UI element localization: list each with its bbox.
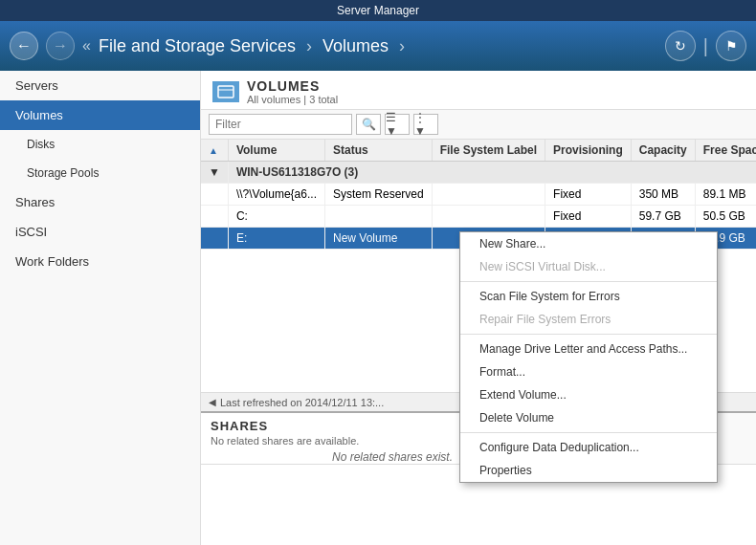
- forward-button[interactable]: →: [46, 32, 75, 60]
- context-scan-filesystem[interactable]: Scan File System for Errors: [460, 285, 717, 308]
- sidebar-item-shares[interactable]: Shares: [0, 187, 200, 217]
- nav-divider: |: [703, 35, 708, 57]
- cell-volume: C:: [228, 206, 324, 228]
- cell-status: New Volume: [324, 228, 432, 250]
- row-indent: [201, 184, 228, 206]
- context-delete[interactable]: Delete Volume: [460, 406, 717, 429]
- toolbar: 🔍 ☰ ▼ ⋮ ▼: [201, 110, 756, 140]
- context-repair-filesystem: Repair File System Errors: [460, 308, 717, 331]
- context-format[interactable]: Format...: [460, 360, 717, 383]
- cell-status: [324, 206, 432, 228]
- context-new-iscsi: New iSCSI Virtual Disk...: [460, 255, 717, 278]
- col-freespace[interactable]: Free Space: [695, 140, 756, 162]
- table-header-row: ▲ Volume Status File System Label Provis…: [201, 140, 756, 162]
- cell-fslabel: [432, 184, 545, 206]
- view-options-button[interactable]: ☰ ▼: [385, 114, 410, 135]
- cell-provisioning: Fixed: [545, 184, 632, 206]
- col-filesystem-label[interactable]: File System Label: [432, 140, 545, 162]
- sidebar-item-disks[interactable]: Disks: [0, 130, 200, 159]
- cell-freespace: 50.5 GB: [695, 206, 756, 228]
- col-status[interactable]: Status: [324, 140, 432, 162]
- refresh-button[interactable]: ↻: [665, 31, 696, 61]
- row-indent: [201, 228, 228, 250]
- sidebar: Servers Volumes Disks Storage Pools Shar…: [0, 71, 201, 545]
- sidebar-item-volumes[interactable]: Volumes: [0, 100, 200, 130]
- group-expand-icon: ▼: [201, 162, 228, 184]
- scroll-left-icon[interactable]: ◀: [209, 397, 216, 407]
- context-menu: New Share... New iSCSI Virtual Disk... S…: [459, 231, 718, 483]
- sidebar-item-servers[interactable]: Servers: [0, 71, 200, 100]
- nav-separator: ›: [306, 36, 317, 55]
- column-options-button[interactable]: ⋮ ▼: [413, 114, 438, 135]
- context-new-share[interactable]: New Share...: [460, 232, 717, 255]
- cell-volume: E:: [228, 228, 324, 250]
- back-button[interactable]: ←: [10, 32, 38, 60]
- nav-separator2: ›: [399, 36, 405, 55]
- title-bar-text: Server Manager: [337, 4, 419, 17]
- context-dedup[interactable]: Configure Data Deduplication...: [460, 436, 717, 459]
- volumes-icon: [212, 81, 239, 102]
- col-capacity[interactable]: Capacity: [631, 140, 695, 162]
- col-provisioning[interactable]: Provisioning: [545, 140, 632, 162]
- nav-icons: ↻ | ⚑: [665, 31, 746, 61]
- nav-current: Volumes: [322, 36, 389, 55]
- cell-volume: \\?\Volume{a6...: [228, 184, 324, 206]
- nav-arrow-left: «: [82, 37, 91, 54]
- nav-parent: File and Storage Services: [99, 36, 296, 55]
- content-area: VOLUMES All volumes | 3 total 🔍 ☰ ▼ ⋮ ▼ …: [201, 71, 756, 545]
- group-name: WIN-US611318G7O (3): [228, 162, 756, 184]
- flag-button[interactable]: ⚑: [716, 31, 746, 61]
- group-row-server[interactable]: ▼ WIN-US611318G7O (3): [201, 162, 756, 184]
- context-manage-drive[interactable]: Manage Drive Letter and Access Paths...: [460, 338, 717, 360]
- page-subtitle: All volumes | 3 total: [247, 94, 338, 105]
- sidebar-item-iscsi[interactable]: iSCSI: [0, 217, 200, 247]
- nav-bar: ← → « File and Storage Services › Volume…: [0, 21, 756, 71]
- context-separator-1: [460, 281, 717, 282]
- filter-input[interactable]: [209, 114, 352, 135]
- content-header: VOLUMES All volumes | 3 total: [201, 71, 756, 110]
- table-row[interactable]: C: Fixed 59.7 GB 50.5 GB: [201, 206, 756, 228]
- cell-status: System Reserved: [324, 184, 432, 206]
- col-sort[interactable]: ▲: [201, 140, 228, 162]
- last-refresh-text: Last refreshed on 2014/12/11 13:...: [220, 397, 384, 408]
- cell-capacity: 59.7 GB: [631, 206, 695, 228]
- svg-rect-0: [218, 86, 233, 98]
- main-layout: Servers Volumes Disks Storage Pools Shar…: [0, 71, 756, 545]
- col-volume[interactable]: Volume: [228, 140, 324, 162]
- cell-freespace: 89.1 MB: [695, 184, 756, 206]
- cell-fslabel: [432, 206, 545, 228]
- context-properties[interactable]: Properties: [460, 459, 717, 482]
- context-separator-3: [460, 432, 717, 433]
- search-button[interactable]: 🔍: [356, 114, 381, 135]
- sidebar-item-storage-pools[interactable]: Storage Pools: [0, 159, 200, 187]
- context-extend[interactable]: Extend Volume...: [460, 383, 717, 406]
- row-indent: [201, 206, 228, 228]
- sidebar-item-work-folders[interactable]: Work Folders: [0, 247, 200, 276]
- context-separator-2: [460, 334, 717, 335]
- cell-provisioning: Fixed: [545, 206, 632, 228]
- title-bar: Server Manager: [0, 0, 756, 21]
- nav-title: File and Storage Services › Volumes ›: [99, 36, 657, 56]
- cell-capacity: 350 MB: [631, 184, 695, 206]
- table-row[interactable]: \\?\Volume{a6... System Reserved Fixed 3…: [201, 184, 756, 206]
- page-title: VOLUMES: [247, 78, 338, 94]
